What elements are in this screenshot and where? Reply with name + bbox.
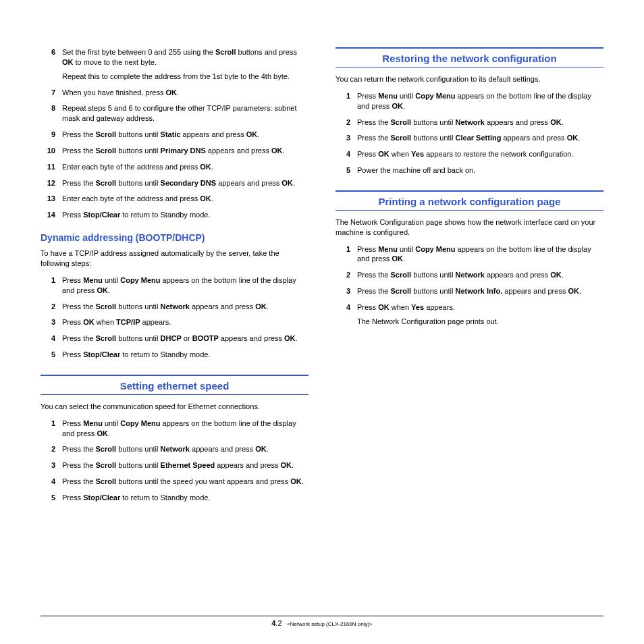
step-text: Repeat steps 5 and 6 to configure the ot…: [62, 103, 308, 124]
step-item: 1Press Menu until Copy Menu appears on t…: [41, 419, 308, 439]
step-text: Press OK when Yes appears to restore the…: [357, 149, 603, 159]
step-item: 3Press OK when TCP/IP appears.: [41, 317, 308, 327]
ethernet-speed-intro: You can select the communication speed f…: [41, 402, 308, 412]
step-number: 7: [41, 88, 62, 98]
step-text: Enter each byte of the address and press…: [62, 162, 308, 172]
step-number: 1: [336, 91, 357, 111]
steps-continued: 6Set the first byte between 0 and 255 us…: [41, 47, 308, 220]
step-text: Press the Scroll buttons until Network a…: [62, 302, 308, 312]
chapter-title: <Network setup (CLX-2160N only)>: [287, 621, 373, 627]
step-number: 4: [41, 333, 62, 344]
step-item: 2Press the Scroll buttons until Network …: [336, 117, 603, 128]
step-number: 5: [336, 165, 357, 176]
restoring-steps: 1Press Menu until Copy Menu appears on t…: [336, 91, 603, 176]
step-number: 5: [41, 350, 62, 360]
step-text: Power the machine off and back on.: [357, 165, 603, 176]
step-text: Press the Scroll buttons until Secondary…: [62, 178, 308, 188]
step-item: 11Enter each byte of the address and pre…: [41, 162, 308, 172]
step-number: 8: [41, 103, 62, 124]
step-number: 13: [41, 194, 62, 204]
page-footer: 4.2 <Network setup (CLX-2160N only)>: [41, 616, 603, 627]
step-text: Press the Scroll buttons until Network a…: [357, 117, 603, 128]
step-item: 9Press the Scroll buttons until Static a…: [41, 130, 308, 140]
step-number: 5: [41, 493, 62, 503]
step-item: 5Press Stop/Clear to return to Standby m…: [41, 350, 308, 360]
step-number: 4: [336, 302, 357, 327]
step-item: 8Repeat steps 5 and 6 to configure the o…: [41, 103, 308, 124]
step-text: Press OK when TCP/IP appears.: [62, 317, 308, 327]
step-text: Press the Scroll buttons until Primary D…: [62, 146, 308, 156]
step-number: 12: [41, 178, 62, 188]
step-item: 1Press Menu until Copy Menu appears on t…: [336, 244, 603, 265]
step-text: Press Stop/Clear to return to Standby mo…: [62, 210, 308, 220]
step-text: Enter each byte of the address and press…: [62, 194, 308, 204]
step-text: Press Stop/Clear to return to Standby mo…: [62, 350, 308, 360]
step-item: 12Press the Scroll buttons until Seconda…: [41, 178, 308, 188]
step-item: 2Press the Scroll buttons until Network …: [336, 270, 603, 280]
page-number-minor: .2: [275, 619, 281, 627]
step-item: 2Press the Scroll buttons until Network …: [41, 302, 308, 312]
step-item: 1Press Menu until Copy Menu appears on t…: [41, 275, 308, 296]
step-item: 1Press Menu until Copy Menu appears on t…: [336, 91, 603, 111]
step-text: Press the Scroll buttons until the speed…: [62, 477, 308, 487]
right-column: Restoring the network configuration You …: [336, 47, 603, 509]
step-item: 4Press the Scroll buttons until the spee…: [41, 477, 308, 487]
step-text: Press the Scroll buttons until Network a…: [357, 270, 603, 280]
step-item: 4Press OK when Yes appears.The Network C…: [336, 302, 603, 327]
step-text: Set the first byte between 0 and 255 usi…: [62, 47, 308, 82]
step-number: 2: [336, 117, 357, 128]
step-number: 10: [41, 146, 62, 156]
step-item: 13Enter each byte of the address and pre…: [41, 194, 308, 204]
step-number: 2: [41, 302, 62, 312]
step-number: 1: [336, 244, 357, 265]
step-text: Press Menu until Copy Menu appears on th…: [357, 244, 603, 265]
step-number: 9: [41, 130, 62, 140]
step-item: 3Press the Scroll buttons until Ethernet…: [41, 460, 308, 471]
step-number: 11: [41, 162, 62, 172]
step-item: 10Press the Scroll buttons until Primary…: [41, 146, 308, 156]
step-text: Press Menu until Copy Menu appears on th…: [62, 419, 308, 439]
step-number: 4: [41, 477, 62, 487]
dynamic-addressing-intro: To have a TCP/IP address assigned automa…: [41, 248, 308, 269]
step-item: 5Press Stop/Clear to return to Standby m…: [41, 493, 308, 503]
step-number: 14: [41, 210, 62, 220]
ethernet-speed-heading: Setting ethernet speed: [41, 375, 308, 395]
step-item: 2Press the Scroll buttons until Network …: [41, 444, 308, 454]
step-item: 3Press the Scroll buttons until Network …: [336, 286, 603, 296]
step-text: When you have finished, press OK.: [62, 88, 308, 98]
step-number: 2: [41, 444, 62, 454]
step-text: Press OK when Yes appears.The Network Co…: [357, 302, 603, 327]
step-text: Press Menu until Copy Menu appears on th…: [357, 91, 603, 111]
step-number: 3: [41, 460, 62, 471]
step-number: 4: [336, 149, 357, 159]
step-text: Press the Scroll buttons until Ethernet …: [62, 460, 308, 471]
step-text: Press the Scroll buttons until Network I…: [357, 286, 603, 296]
step-text: Press the Scroll buttons until Network a…: [62, 444, 308, 454]
printing-heading: Printing a network configuration page: [336, 190, 603, 211]
step-number: 3: [336, 133, 357, 143]
step-text: Press Stop/Clear to return to Standby mo…: [62, 493, 308, 503]
step-item: 14Press Stop/Clear to return to Standby …: [41, 210, 308, 220]
step-item: 4Press OK when Yes appears to restore th…: [336, 149, 603, 159]
left-column: 6Set the first byte between 0 and 255 us…: [41, 47, 308, 509]
step-item: 4Press the Scroll buttons until DHCP or …: [41, 333, 308, 344]
step-number: 3: [41, 317, 62, 327]
restoring-heading: Restoring the network configuration: [336, 47, 603, 68]
ethernet-speed-steps: 1Press Menu until Copy Menu appears on t…: [41, 419, 308, 503]
printing-steps: 1Press Menu until Copy Menu appears on t…: [336, 244, 603, 327]
columns: 6Set the first byte between 0 and 255 us…: [41, 47, 603, 509]
step-text: Press the Scroll buttons until Clear Set…: [357, 133, 603, 143]
page: 6Set the first byte between 0 and 255 us…: [0, 0, 644, 644]
restoring-intro: You can return the network configuration…: [336, 74, 603, 84]
step-number: 3: [336, 286, 357, 296]
step-text: Press the Scroll buttons until DHCP or B…: [62, 333, 308, 344]
step-text: Press Menu until Copy Menu appears on th…: [62, 275, 308, 296]
dynamic-addressing-heading: Dynamic addressing (BOOTP/DHCP): [41, 232, 308, 243]
step-item: 5Power the machine off and back on.: [336, 165, 603, 176]
step-number: 1: [41, 419, 62, 439]
step-text: Press the Scroll buttons until Static ap…: [62, 130, 308, 140]
step-number: 1: [41, 275, 62, 296]
step-number: 2: [336, 270, 357, 280]
step-number: 6: [41, 47, 62, 82]
dynamic-addressing-steps: 1Press Menu until Copy Menu appears on t…: [41, 275, 308, 360]
